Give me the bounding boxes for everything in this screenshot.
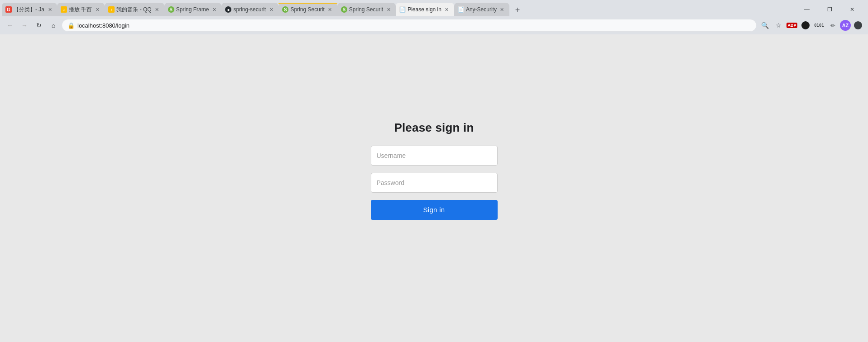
tab-9-favicon: 📄 (458, 6, 464, 13)
tab-9[interactable]: 📄 Any-Security ✕ (454, 3, 509, 16)
tab-2-close[interactable]: ✕ (94, 6, 101, 13)
tab-bar: G 【分类】- Ja ✕ ♪ 播放 千百 ✕ ♪ 我的音乐 - QQ ✕ S S… (0, 0, 868, 16)
binary-ext-button[interactable]: 0101 (813, 19, 825, 32)
tab-9-close[interactable]: ✕ (499, 6, 506, 13)
toolbar-right: 🔍 ☆ ABP 0101 ✏ AZ (758, 19, 864, 32)
tab-7[interactable]: S Spring Securit ✕ (337, 3, 396, 16)
tab-2[interactable]: ♪ 播放 千百 ✕ (57, 3, 105, 16)
tab-7-title: Spring Securit (349, 6, 383, 13)
profile-avatar[interactable]: AZ (840, 20, 851, 31)
tab-8-title: Please sign in (408, 6, 441, 13)
tab-3-favicon: ♪ (108, 6, 115, 13)
tab-2-favicon: ♪ (61, 6, 67, 13)
tab-7-close[interactable]: ✕ (385, 6, 392, 13)
tab-9-title: Any-Security (466, 6, 497, 13)
tab-1[interactable]: G 【分类】- Ja ✕ (2, 3, 57, 16)
close-window-button[interactable]: ✕ (842, 3, 863, 16)
dark-circle-icon (801, 21, 810, 29)
tab-1-close[interactable]: ✕ (46, 6, 53, 13)
adblock-extension[interactable]: ABP (786, 19, 798, 32)
dark-ext-button[interactable] (799, 19, 812, 32)
tab-8-please-sign-in[interactable]: 📄 Please sign in ✕ (396, 3, 454, 16)
tab-8-favicon: 📄 (399, 6, 406, 13)
back-button[interactable]: ← (4, 19, 16, 32)
url-text: localhost:8080/login (77, 22, 129, 29)
minimize-button[interactable]: — (796, 3, 817, 16)
login-container: Please sign in Sign in (371, 121, 498, 220)
tab-3-close[interactable]: ✕ (153, 6, 161, 13)
abp-icon: ABP (786, 23, 797, 28)
login-form: Sign in (371, 146, 498, 220)
username-input[interactable] (371, 146, 498, 166)
tab-5-title: spring-securit (233, 6, 266, 13)
tab-5-close[interactable]: ✕ (268, 6, 275, 13)
secure-icon: 🔒 (67, 22, 75, 29)
tab-1-favicon: G (5, 6, 12, 13)
bookmark-button[interactable]: ☆ (772, 19, 785, 32)
tab-5-favicon: ● (225, 6, 231, 13)
tab-4-favicon: S (168, 6, 174, 13)
tab-6-close[interactable]: ✕ (326, 6, 334, 13)
address-bar: ← → ↻ ⌂ 🔒 localhost:8080/login 🔍 ☆ ABP 0… (0, 16, 868, 34)
tab-8-close[interactable]: ✕ (443, 6, 451, 13)
page-title: Please sign in (394, 121, 474, 135)
url-bar[interactable]: 🔒 localhost:8080/login (62, 19, 757, 32)
forward-button[interactable]: → (18, 19, 31, 32)
tab-5[interactable]: ● spring-securit ✕ (221, 3, 278, 16)
binary-icon: 0101 (814, 23, 824, 28)
window-controls: — ❐ ✕ (796, 3, 866, 16)
refresh-button[interactable]: ↻ (33, 19, 45, 32)
tab-3[interactable]: ♪ 我的音乐 - QQ ✕ (105, 3, 164, 16)
tab-7-favicon: S (341, 6, 347, 13)
pen-ext-button[interactable]: ✏ (826, 19, 839, 32)
maximize-button[interactable]: ❐ (819, 3, 840, 16)
tab-6-title: Spring Securit (290, 6, 324, 13)
tab-2-title: 播放 千百 (69, 6, 92, 14)
settings-button[interactable] (852, 19, 864, 32)
tab-6-indicator (278, 3, 337, 4)
page-content: Please sign in Sign in (0, 34, 868, 342)
pen-icon: ✏ (830, 22, 835, 29)
tab-4[interactable]: S Spring Frame ✕ (164, 3, 222, 16)
settings-dot-icon (854, 21, 862, 29)
tab-6[interactable]: S Spring Securit ✕ (278, 3, 337, 16)
browser-chrome: G 【分类】- Ja ✕ ♪ 播放 千百 ✕ ♪ 我的音乐 - QQ ✕ S S… (0, 0, 868, 34)
password-input[interactable] (371, 173, 498, 193)
search-button[interactable]: 🔍 (758, 19, 771, 32)
new-tab-button[interactable]: + (511, 4, 524, 16)
tab-1-title: 【分类】- Ja (14, 6, 44, 14)
tab-4-close[interactable]: ✕ (211, 6, 218, 13)
home-button[interactable]: ⌂ (47, 19, 60, 32)
tab-4-title: Spring Frame (176, 6, 209, 13)
sign-in-button[interactable]: Sign in (371, 200, 498, 220)
tab-6-favicon: S (282, 6, 288, 13)
tab-3-title: 我的音乐 - QQ (116, 6, 151, 14)
